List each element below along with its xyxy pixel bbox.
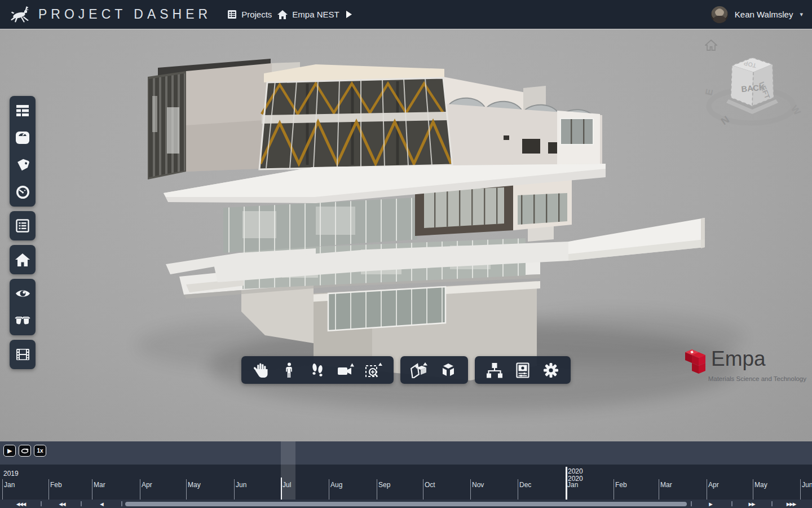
timeline-tick-label: Apr — [142, 481, 152, 489]
timeline-tick-label: Nov — [472, 481, 484, 489]
home-icon — [15, 253, 30, 266]
app-title: PROJECT DASHER — [38, 7, 211, 22]
app-logo[interactable]: PROJECT DASHER — [0, 4, 211, 25]
loop-button[interactable] — [19, 445, 31, 457]
report-icon — [16, 219, 29, 233]
tool-group-data — [10, 96, 36, 207]
breadcrumb-projects[interactable]: Projects — [227, 10, 272, 19]
scrollbar-thumb[interactable] — [125, 502, 687, 506]
section-box-icon — [411, 362, 430, 378]
settings-tool-button[interactable] — [537, 356, 565, 384]
report-button[interactable] — [10, 212, 36, 239]
speed-button[interactable]: 1x — [34, 445, 46, 457]
scale-icon — [15, 131, 30, 144]
table-list-button[interactable] — [10, 97, 36, 124]
step-forward-fast-button[interactable]: ▶▶ — [748, 500, 754, 508]
nav-tool-group — [241, 356, 394, 384]
timeline-scrollbar: ◀◀◀◀◀◀▶▶▶▶▶▶ — [0, 500, 812, 508]
pan-tool-button[interactable] — [247, 356, 275, 384]
jump-end-button[interactable]: ▶▶▶ — [787, 500, 796, 508]
eye-icon — [15, 288, 30, 299]
timeline-tick-label: Mar — [660, 481, 672, 489]
settings-gear-icon — [543, 362, 559, 378]
project-dasher-app: PROJECT DASHER Projects Empa NEST — [0, 0, 812, 508]
levels-tool-button[interactable] — [480, 356, 509, 384]
timeline-tick: Sep — [377, 479, 377, 500]
timeline-tick: May — [186, 479, 187, 500]
scale-button[interactable] — [10, 124, 36, 151]
breadcrumb-project[interactable]: Empa NEST — [277, 10, 339, 19]
section-tool-group — [400, 356, 468, 384]
topbar: PROJECT DASHER Projects Empa NEST — [0, 0, 812, 29]
year-2020-label: 2020 — [568, 467, 583, 475]
timeline-tick: Dec — [518, 479, 518, 500]
step-back-fast-button[interactable]: ◀◀ — [59, 500, 65, 508]
timeline-tick: Mar — [659, 479, 659, 500]
scrollbar-separator — [771, 501, 773, 506]
explode-cube-icon — [440, 362, 457, 378]
timeline-playhead[interactable] — [281, 441, 295, 500]
breadcrumb-project-label: Empa NEST — [292, 10, 339, 19]
timeline-tick: Jun — [234, 479, 235, 500]
timeline-tick: Aug — [329, 479, 329, 500]
playback-controls: ▶ 1x — [3, 445, 46, 457]
dashboard-panel-tool-button[interactable] — [509, 356, 537, 384]
eye-button[interactable] — [10, 280, 36, 307]
speed-label: 1x — [37, 448, 43, 454]
timeline-tick-label: Aug — [330, 481, 342, 489]
tag-icon — [16, 158, 29, 172]
scrollbar-separator — [121, 501, 122, 506]
timeline-tick: May — [753, 479, 753, 500]
tool-group-home — [10, 245, 36, 274]
explode-tool-button[interactable] — [434, 356, 462, 384]
step-forward-button[interactable]: ▶ — [709, 500, 712, 508]
jump-start-button[interactable]: ◀◀◀ — [16, 500, 26, 508]
tag-button[interactable] — [10, 151, 36, 178]
play-button[interactable]: ▶ — [3, 445, 16, 457]
timeline-tick: Apr — [707, 479, 707, 500]
camera-tool-button[interactable] — [332, 356, 360, 384]
user-menu[interactable]: Kean Walmsley ▾ — [711, 6, 812, 23]
hierarchy-levels-icon — [486, 362, 503, 378]
footsteps-icon — [312, 362, 323, 378]
timeline-tick-label: Feb — [615, 481, 627, 489]
timeline-stack: ▶ 1x JanFebMarAprMayJunJulAugSepOctNovDe… — [0, 441, 812, 508]
view-cube[interactable]: E W N BACK LEFT TOP — [700, 40, 802, 135]
timeline-tick: Oct — [423, 479, 423, 500]
year-2020-marker — [566, 467, 567, 500]
playhead-tick — [281, 478, 282, 500]
timeline-tick: Jun — [800, 479, 801, 500]
step-back-button[interactable]: ◀ — [100, 500, 103, 508]
expand-breadcrumb-icon[interactable] — [345, 10, 352, 19]
home-view-button[interactable] — [10, 246, 36, 273]
timeline-tick: Nov — [470, 479, 471, 500]
timeline-tick-label: Jan — [4, 481, 15, 489]
footsteps-tool-button[interactable] — [303, 356, 332, 384]
year-2019-label: 2019 — [3, 470, 19, 478]
user-name: Kean Walmsley — [735, 10, 793, 19]
timeline-tick-label: May — [188, 481, 201, 489]
timeline-tick: Feb — [614, 479, 614, 500]
xray-glasses-button[interactable] — [10, 307, 36, 334]
play-icon: ▶ — [7, 448, 12, 454]
timeline-tick-label: Mar — [94, 481, 105, 489]
gauge-button[interactable] — [10, 178, 36, 205]
timeline-tick-label: May — [754, 481, 767, 489]
settings-tool-group — [475, 356, 571, 384]
pan-hand-icon — [254, 362, 268, 378]
list-document-icon — [227, 10, 237, 19]
walk-tool-button[interactable] — [275, 356, 303, 384]
table-list-icon — [16, 104, 29, 117]
zoom-window-tool-button[interactable] — [360, 356, 388, 384]
timeline-tick-label: Oct — [425, 481, 435, 489]
deer-logo-icon — [8, 4, 32, 25]
timeline-tick-label: Jun — [802, 481, 812, 489]
breadcrumb: Projects Empa NEST — [227, 10, 352, 19]
viewport-3d[interactable]: E W N BACK LEFT TOP — [0, 29, 812, 441]
section-box-tool-button[interactable] — [406, 356, 434, 384]
timeline-tick-label: Dec — [519, 481, 531, 489]
timeline-axis[interactable]: JanFebMarAprMayJunJulAugSepOctNovDecJanF… — [0, 465, 812, 500]
scrollbar-separator — [691, 501, 692, 506]
timeline-tick-label: Sep — [378, 481, 390, 489]
scrollbar-separator — [731, 501, 732, 506]
